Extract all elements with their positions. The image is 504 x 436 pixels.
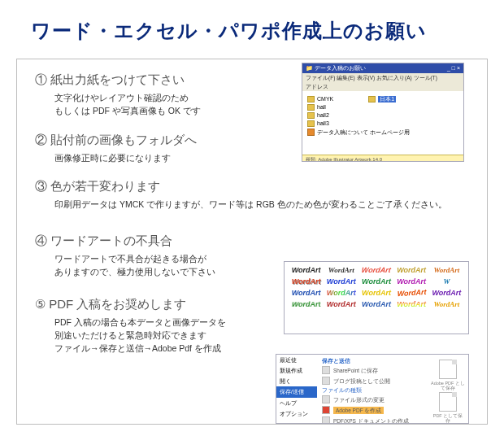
list-item: SharePoint に保存 [322, 366, 423, 374]
item-title: 色が若干変わります [50, 179, 160, 193]
item-desc-line: ファイル→保存と送信→Adobe Pdf を作成 [35, 342, 238, 355]
wordart-sample: WordArt [326, 290, 356, 298]
wordart-sample: WordArt [361, 301, 391, 309]
wordart-sample: W [432, 278, 462, 286]
list-label: PDF/XPS ドキュメントの作成 [333, 418, 409, 424]
sidebar-item: オプション [276, 408, 317, 419]
list-label: ブログ投稿として公開 [333, 378, 390, 384]
wordart-sample: WordArt [397, 301, 427, 309]
item-number: ④ [35, 233, 47, 247]
file-icon [307, 129, 315, 136]
item-desc-line: 文字化けやレイアウト確認のため [35, 91, 238, 104]
folder-row: データ入稿について ホームページ用 [307, 129, 458, 136]
wordart-sample: WordArt [397, 267, 427, 275]
item-number: ② [35, 133, 47, 146]
pdf-file-icon [439, 392, 457, 412]
window-addressbar: アドレス [302, 82, 463, 91]
folder-row: CMYK 日本1 [307, 96, 458, 102]
folder-icon [307, 112, 315, 119]
explorer-thumbnail: 📁 データ入稿のお願い _ □ × ファイル(F) 編集(E) 表示(V) お気… [302, 63, 464, 162]
doc-icon [322, 395, 330, 403]
sidebar-item-selected: 保存/送信 [276, 386, 317, 397]
sidebar-item: ヘルプ [276, 398, 317, 408]
item-desc-line: 別途いただけると緊急時対応できます [35, 329, 238, 342]
wordart-sample: WordArt [397, 288, 427, 298]
window-statusbar: 種類: Adobe Illustrator Artwork 14.0 サイズ: … [302, 155, 463, 162]
folder-label: hall2 [317, 112, 329, 119]
list-item: ブログ投稿として公開 [322, 377, 423, 385]
backstage-right: Adobe PDF として保存 PDF として保存 [428, 355, 468, 423]
page-title: ワード・エクセル・パワポ作成上のお願い [0, 0, 504, 44]
folder-row: hall [307, 104, 458, 111]
folder-icon [307, 96, 315, 102]
sidebar-item: 新規作成 [276, 365, 317, 376]
folder-label-selected: 日本1 [378, 96, 396, 102]
list-label: ファイル形式の変更 [333, 397, 385, 403]
address-label: アドレス [306, 84, 328, 89]
folder-icon [307, 120, 315, 127]
wordart-sample: WordArt [432, 267, 462, 275]
pdf-panel-thumbnail: 最近使 新規作成 開く 保存/送信 ヘルプ オプション 保存と送信 ShareP… [276, 354, 469, 424]
list-label: SharePoint に保存 [333, 368, 378, 373]
list-item-highlight: Adobe PDF を作成 [322, 406, 423, 414]
doc-icon [322, 377, 330, 385]
item-desc-line: もしくは PDF や写真画像も OK です [35, 104, 238, 117]
item-number: ③ [35, 179, 47, 193]
wordart-sample: WordArt [326, 301, 356, 309]
window-menubar: ファイル(F) 編集(E) 表示(V) お気に入り(A) ツール(T) [302, 73, 463, 82]
doc-icon [322, 416, 330, 424]
wordart-sample: WordArt [326, 278, 356, 286]
list-item: ファイル形式の変更 [322, 395, 423, 403]
content-frame: ① 紙出力紙をつけて下さい 文字化けやレイアウト確認のため もしくは PDF や… [16, 59, 488, 425]
wordart-sample: WordArt [397, 278, 427, 286]
item-title: ワードアートの不具合 [50, 233, 172, 247]
wordart-thumbnail: WordArt WordArt WordArt WordArt WordArt … [284, 261, 469, 334]
folder-label: CMYK [317, 96, 333, 102]
list-item: PDF/XPS ドキュメントの作成 [322, 416, 423, 424]
item-desc-line: PDF 入稿の場合も本データと画像データを [35, 316, 238, 329]
right-label: Adobe PDF として保存 [431, 381, 465, 390]
item-desc-line: ありますので、極力使用しないで下さい [35, 265, 238, 278]
item-title: 貼付前の画像もフォルダへ [50, 133, 197, 146]
folder-label: hall3 [317, 120, 329, 127]
item-heading: ④ ワードアートの不具合 [35, 233, 477, 249]
sidebar-item: 最近使 [276, 355, 317, 365]
wordart-sample: WordArt [291, 267, 321, 275]
wordart-sample: WordArt [361, 278, 391, 286]
wordart-sample: WordArt [326, 267, 356, 275]
sidebar-item: 開く [276, 376, 317, 386]
item-heading: ③ 色が若干変わります [35, 179, 477, 194]
window-titlebar: 📁 データ入稿のお願い _ □ × [302, 63, 463, 73]
backstage-sidebar: 最近使 新規作成 開く 保存/送信 ヘルプ オプション [276, 355, 317, 423]
window-controls: _ □ × [447, 65, 460, 72]
item-desc-line: ワードアートで不具合が起きる場合が [35, 252, 238, 265]
backstage-title: 保存と送信 [322, 358, 423, 364]
backstage-subtitle: ファイルの種類 [322, 387, 423, 393]
folder-icon [307, 104, 315, 111]
note-item-3: ③ 色が若干変わります 印刷用データは YMCK で作りますが、ワード等は RG… [35, 179, 477, 211]
item-number: ⑤ [35, 297, 46, 311]
item-title: 紙出力紙をつけて下さい [50, 72, 185, 86]
wordart-sample: WordArt [361, 267, 393, 275]
backstage-main: 保存と送信 SharePoint に保存 ブログ投稿として公開 ファイルの種類 … [317, 355, 428, 423]
item-number: ① [35, 72, 47, 86]
pdf-file-icon [439, 360, 457, 379]
wordart-sample: WordArt [432, 301, 462, 309]
item-title: PDF 入稿をお奨めします [49, 297, 186, 311]
wordart-sample: WordArt [291, 278, 321, 286]
doc-icon [322, 366, 330, 374]
status-line: 種類: Adobe Illustrator Artwork 14.0 [306, 157, 460, 162]
folder-label: hall [317, 104, 326, 111]
wordart-sample: WordArt [432, 290, 462, 298]
wordart-sample: WordArt [361, 290, 391, 298]
item-desc-line: 印刷用データは YMCK で作りますが、ワード等は RGB 色のため色が変わるこ… [35, 198, 458, 211]
folder-row: hall3 [307, 120, 458, 127]
list-label: Adobe PDF を作成 [333, 407, 384, 414]
folder-icon [368, 96, 376, 102]
right-label: PDF として保存 [431, 413, 465, 423]
folder-row: hall2 [307, 112, 458, 119]
wordart-sample: WordArt [291, 290, 321, 298]
file-label: データ入稿について ホームページ用 [317, 129, 410, 136]
window-title-text: データ入稿のお願い [315, 65, 366, 71]
window-body: CMYK 日本1 hall hall2 hall3 データ入稿について ホームペ… [302, 91, 463, 155]
